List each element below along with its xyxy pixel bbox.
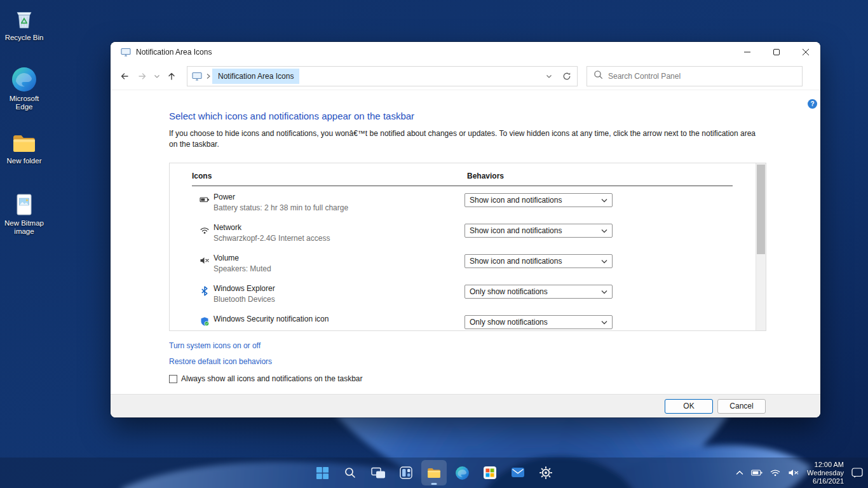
list-header: Icons Behaviors [170, 163, 766, 180]
page-title: Select which icons and notifications app… [169, 111, 766, 121]
task-view-icon[interactable] [365, 460, 391, 485]
chevron-down-icon [601, 259, 607, 264]
chevron-down-icon [601, 229, 607, 233]
desktop-icon-label: Microsoft Edge [1, 95, 47, 111]
always-show-row: Always show all icons and notifications … [169, 374, 820, 383]
navigation-bar: Notification Area Icons [111, 62, 820, 90]
list-item: Windows Explorer Bluetooth Devices Only … [170, 281, 766, 311]
window-icon [121, 48, 131, 57]
folder-icon [10, 128, 38, 155]
maximize-button[interactable] [762, 42, 791, 62]
control-panel-window: Notification Area Icons [111, 42, 820, 417]
page-description: If you choose to hide icons and notifica… [169, 128, 766, 150]
list-item: Volume Speakers: Muted Show icon and not… [170, 250, 766, 281]
desktop-icon-microsoft-edge[interactable]: Microsoft Edge [1, 66, 47, 111]
page-content: ? Select which icons and notifications a… [111, 90, 820, 394]
settings-gear-icon[interactable] [533, 460, 559, 485]
tray-time: 12:00 AM [807, 461, 844, 469]
mail-icon[interactable] [505, 460, 531, 485]
refresh-button[interactable] [558, 67, 576, 85]
tray-clock[interactable]: 12:00 AM Wednesday 6/16/2021 [806, 461, 845, 485]
tray-day: Wednesday [807, 469, 844, 477]
back-button[interactable] [116, 67, 133, 86]
security-shield-icon [200, 316, 210, 327]
always-show-checkbox[interactable] [169, 375, 177, 383]
link-turn-system-icons[interactable]: Turn system icons on or off [169, 341, 261, 350]
scrollbar-thumb[interactable] [757, 165, 765, 254]
tray-battery-icon[interactable] [750, 467, 764, 478]
widgets-icon[interactable] [393, 460, 419, 485]
behavior-value: Only show notifications [470, 318, 548, 327]
network-icon [200, 225, 210, 235]
breadcrumb-separator-icon [206, 73, 211, 79]
notification-center-icon[interactable] [850, 465, 864, 481]
tray-wifi-icon[interactable] [769, 466, 782, 479]
list-item: Windows Security notification icon Only … [170, 311, 766, 331]
behavior-value: Show icon and notifications [470, 257, 562, 266]
behavior-value: Show icon and notifications [470, 196, 562, 205]
tray-volume-muted-icon[interactable] [787, 466, 801, 479]
search-taskbar-icon[interactable] [337, 460, 363, 485]
computer-icon[interactable] [192, 72, 202, 81]
desktop-icon-label: New folder [7, 157, 42, 165]
header-divider [192, 186, 733, 186]
column-header-icons: Icons [192, 172, 212, 180]
chevron-down-icon [601, 198, 607, 203]
recycle-bin-icon [11, 5, 37, 32]
up-button[interactable] [163, 67, 180, 86]
close-button[interactable] [791, 42, 820, 62]
behavior-dropdown[interactable]: Show icon and notifications [465, 254, 613, 268]
always-show-label: Always show all icons and notifications … [181, 374, 363, 383]
help-button[interactable]: ? [808, 99, 817, 109]
bitmap-file-icon [11, 191, 37, 217]
desktop-icon-label: New Bitmap image [1, 219, 47, 236]
desktop-icon-label: Recycle Bin [5, 34, 44, 42]
chevron-down-icon [601, 320, 607, 325]
breadcrumb-item[interactable]: Notification Area Icons [212, 69, 299, 84]
file-explorer-icon[interactable] [421, 460, 447, 485]
behavior-value: Only show notifications [470, 287, 548, 296]
behavior-dropdown[interactable]: Show icon and notifications [465, 193, 613, 207]
scrollbar-track[interactable] [756, 163, 766, 330]
ok-button[interactable]: OK [665, 399, 713, 414]
behavior-dropdown[interactable]: Only show notifications [465, 285, 613, 299]
title-bar[interactable]: Notification Area Icons [111, 42, 820, 62]
start-button[interactable] [309, 460, 335, 485]
microsoft-store-icon[interactable] [477, 460, 503, 485]
dialog-button-bar: OK Cancel [111, 394, 820, 417]
search-icon [593, 70, 603, 82]
desktop-icon-recycle-bin[interactable]: Recycle Bin [1, 5, 47, 42]
cancel-button[interactable]: Cancel [717, 399, 766, 414]
column-header-behaviors: Behaviors [467, 172, 504, 180]
behavior-dropdown[interactable]: Only show notifications [465, 315, 613, 329]
minimize-button[interactable] [733, 42, 762, 62]
address-bar[interactable]: Notification Area Icons [187, 66, 578, 86]
list-item: Power Battery status: 2 hr 38 min to ful… [170, 189, 766, 220]
edge-icon [11, 66, 37, 93]
tray-chevron-up-icon[interactable] [735, 468, 745, 478]
edge-taskbar-icon[interactable] [449, 460, 475, 485]
link-restore-defaults[interactable]: Restore default icon behaviors [169, 357, 272, 366]
forward-button[interactable] [133, 67, 151, 86]
window-title: Notification Area Icons [136, 48, 212, 57]
tray-date: 6/16/2021 [807, 477, 844, 485]
taskbar: 12:00 AM Wednesday 6/16/2021 [0, 458, 868, 488]
search-input[interactable] [608, 72, 796, 81]
bluetooth-icon [200, 286, 210, 296]
desktop-icon-new-bitmap-image[interactable]: New Bitmap image [1, 191, 47, 236]
address-dropdown-chevron-icon[interactable] [540, 67, 558, 85]
chevron-down-icon [601, 290, 607, 294]
behavior-value: Show icon and notifications [470, 226, 562, 235]
behavior-dropdown[interactable]: Show icon and notifications [465, 224, 613, 238]
recent-pages-chevron-icon[interactable] [151, 67, 163, 86]
battery-icon [200, 194, 210, 205]
search-box[interactable] [587, 66, 803, 86]
list-item: Network Schwarzkopf-2.4G Internet access… [170, 220, 766, 250]
volume-muted-icon [200, 255, 210, 266]
desktop-icon-new-folder[interactable]: New folder [1, 128, 47, 165]
icons-behaviors-list: Icons Behaviors Power Battery status: 2 … [169, 163, 766, 331]
